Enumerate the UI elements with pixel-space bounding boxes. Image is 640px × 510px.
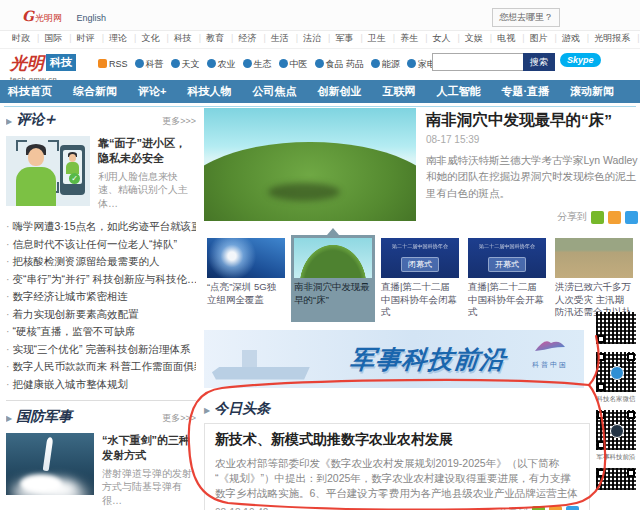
english-link[interactable]: English [76,13,106,23]
carousel-thumbnail [294,238,372,278]
comment-section-title: 评论+ [16,111,56,127]
scan-bracket-icon [48,140,59,151]
channel-nav-item[interactable]: 文娱 [452,33,484,43]
quicklink-label: 农业 [218,59,236,69]
comment-more-link[interactable]: 更多>>> [162,115,196,128]
headline-link[interactable]: 把健康嵌入城市整体规划 [6,376,196,394]
gmw-logo-icon[interactable]: G [22,8,34,24]
channel-nav-item[interactable]: 经济 [226,33,258,43]
qr-code-military-tech [596,410,636,450]
carousel-item[interactable]: 南非洞穴中发现最早的“床” [291,235,375,322]
share-label: 分享到 [498,506,528,510]
channel-nav-item[interactable]: 图片 [517,33,549,43]
channel-nav-item[interactable]: 文化 [129,33,161,43]
headline-link[interactable]: 实现“三个优化” 完善科技创新治理体系 [6,341,196,359]
headline-link[interactable]: 嗨学网遭3·15点名，如此劣迹平台就该重罚 [6,218,196,236]
headline-link[interactable]: 把核酸检测资源留给最需要的人 [6,253,196,271]
quicklink-label: 科普 [146,59,164,69]
channel-nav-item[interactable]: 女人 [420,33,452,43]
headline-link[interactable]: 数字人民币款款而来 科普工作需面面俱到 [6,358,196,376]
submarine-missile-photo[interactable] [6,433,94,495]
news-carousel: “点亮”深圳 5G独立组网全覆盖 南非洞穴中发现最早的“床” 第二十二届中国科协… [204,235,640,322]
qzone-share-icon[interactable] [549,506,562,510]
main-nav-item[interactable]: 科技人物 [187,84,231,99]
channel-nav-item[interactable]: 教育 [194,33,226,43]
agriculture-icon [207,59,216,68]
comment-featured-title[interactable]: 靠“面子”进小区，隐私未必安全 [98,136,196,166]
defense-more-link[interactable]: 更多>>> [162,412,196,425]
quicklink[interactable]: 中医 [279,59,308,69]
quicklink[interactable]: RSS [98,59,128,69]
carousel-item[interactable]: 第二十二届中国科协年会 闭幕式 直播|第二十二届中国科协年会闭幕式 [378,235,462,322]
main-nav-item[interactable]: 人工智能 [436,84,480,99]
carousel-item[interactable]: “点亮”深圳 5G独立组网全覆盖 [204,235,288,322]
headline-article-card: 新技术、新模式助推数字农业农村发展 农业农村部等部委印发《数字农业农村发展规划2… [204,423,590,510]
carousel-item[interactable]: 洪涝已致六千多万人次受灾 主汛期防汛还需全力以赴 [552,235,636,322]
channel-nav-item[interactable]: 理论 [97,33,129,43]
ecology-icon [243,59,252,68]
wechat-share-icon[interactable] [532,506,545,510]
channel-nav-item[interactable]: 时政 [10,33,32,43]
main-nav-item[interactable]: 评论+ [138,84,166,99]
astronomy-icon [171,59,180,68]
channel-nav-item[interactable]: 光明报系 [582,33,632,43]
feature-article-title[interactable]: 南非洞穴中发现最早的“床” [426,110,640,131]
slide-header: 第二十二届中国科协年会 [474,243,540,251]
channel-nav-item[interactable]: 军事 [323,33,355,43]
headline-article-title[interactable]: 新技术、新模式助推数字农业农村发展 [215,431,579,449]
main-nav-item[interactable]: 滚动新闻 [570,84,614,99]
channel-nav-item[interactable]: 养生 [388,33,420,43]
carousel-thumbnail [207,238,285,278]
feature-article-date: 08-17 15:39 [426,134,640,145]
quicklink[interactable]: 能源 [371,59,400,69]
defense-featured-title[interactable]: “水下重剑”的三种发射方式 [102,433,196,463]
channel-nav-item[interactable]: 科技 [161,33,193,43]
quicklink[interactable]: 食品 药品 [315,59,365,69]
headline-link[interactable]: “硬核”直播，监管不可缺席 [6,323,196,341]
channel-nav-item[interactable]: 更多>> [632,33,640,43]
carousel-caption: “点亮”深圳 5G独立组网全覆盖 [207,281,285,306]
main-nav-item[interactable]: 综合新闻 [73,84,117,99]
headline-link[interactable]: 信息时代不该让任何一位老人“掉队” [6,236,196,254]
headline-link[interactable]: 变“串行”为“并行” 科技创新应与科技伦… [6,271,196,289]
section-divider [6,400,196,401]
feature-photo-mountain[interactable] [204,108,416,221]
channel-nav-item[interactable]: 法治 [291,33,323,43]
gmw-logo-text[interactable]: 光明网 [35,13,62,23]
military-tech-banner[interactable]: 军事科技前沿 科普中国 [204,330,584,388]
kepu-china-logo: 科普中国 [522,337,578,370]
carousel-item[interactable]: 第二十二届中国科协年会 开幕式 直播|第二十二届中国科协年会开幕式 [465,235,549,322]
quicklink[interactable]: 生态 [243,59,272,69]
main-nav-item[interactable]: 互联网 [382,84,415,99]
skype-logo[interactable]: Skype [560,53,601,67]
channel-nav-item[interactable]: 生活 [258,33,290,43]
where-to-go-button[interactable]: 您想去哪里？ [492,8,560,27]
channel-nav-item[interactable]: 国际 [32,33,64,43]
main-nav-item[interactable]: 专题·直播 [501,84,549,99]
main-nav-item[interactable]: 公司焦点 [252,84,296,99]
channel-nav-item[interactable]: 游戏 [550,33,582,43]
main-nav-item[interactable]: 创新创业 [317,84,361,99]
quicklink[interactable]: 农业 [207,59,236,69]
channel-nav-item[interactable]: 电视 [485,33,517,43]
weibo-share-icon[interactable] [566,506,579,510]
quicklink[interactable]: 科普 [135,59,164,69]
face-recognition-illustration[interactable] [6,136,90,206]
qr-code-partial [596,312,636,344]
main-nav-item[interactable]: 科技首页 [8,84,52,99]
channel-nav-item[interactable]: 时评 [64,33,96,43]
carousel-thumbnail [555,238,633,278]
qzone-share-icon[interactable] [608,211,621,224]
wechat-share-icon[interactable] [591,211,604,224]
qr-caption-tech-masters: 科技名家微信 [594,395,638,404]
quicklink[interactable]: 天文 [171,59,200,69]
headline-link[interactable]: 着力实现创新要素高效配置 [6,306,196,324]
rss-icon [98,59,107,68]
search-button[interactable]: 搜索 [523,53,555,71]
search-input[interactable] [432,53,526,71]
weibo-share-icon[interactable] [625,211,638,224]
energy-icon [371,59,380,68]
headline-link[interactable]: 数字经济让城市紧密相连 [6,288,196,306]
carousel-caption: 直播|第二十二届中国科协年会闭幕式 [381,281,459,319]
channel-nav-item[interactable]: 卫生 [355,33,387,43]
